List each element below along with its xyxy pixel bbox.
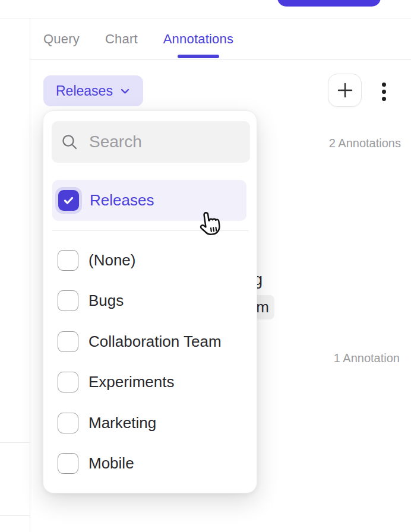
checkbox-unchecked[interactable] <box>58 453 78 474</box>
checkbox-unchecked[interactable] <box>58 250 78 271</box>
active-tab-underline <box>178 55 219 58</box>
tab-label: Chart <box>105 31 138 47</box>
option-none[interactable]: (None) <box>58 240 248 281</box>
add-annotation-button[interactable] <box>328 74 362 107</box>
tab-label: Query <box>43 31 80 47</box>
left-panel-edge <box>0 18 30 532</box>
divider <box>0 515 30 516</box>
search-box[interactable] <box>52 121 250 163</box>
tab-label: Annotations <box>163 31 233 47</box>
option-experiments[interactable]: Experiments <box>58 362 248 403</box>
search-input[interactable] <box>89 121 250 163</box>
tab-chart[interactable]: Chart <box>105 18 138 59</box>
annotation-count-bottom: 1 Annotation <box>334 352 400 365</box>
primary-action-button[interactable] <box>277 0 381 7</box>
occluded-badge-text: m <box>256 298 269 316</box>
checkbox-unchecked[interactable] <box>58 290 78 311</box>
divider <box>0 442 30 443</box>
tab-annotations[interactable]: Annotations <box>163 18 233 59</box>
option-label: (None) <box>88 251 135 270</box>
checkbox-unchecked[interactable] <box>58 331 78 352</box>
more-options-button[interactable] <box>375 77 392 106</box>
releases-filter-button[interactable]: Releases <box>43 75 143 106</box>
checkbox-unchecked[interactable] <box>58 413 78 433</box>
plus-icon <box>336 81 355 100</box>
top-bar <box>0 0 411 18</box>
checkbox-unchecked[interactable] <box>58 372 78 392</box>
option-collaboration-team[interactable]: Collaboration Team <box>58 321 248 362</box>
option-label: Experiments <box>88 373 175 391</box>
option-label: Bugs <box>88 292 124 310</box>
option-label: Collaboration Team <box>88 332 222 351</box>
option-bugs[interactable]: Bugs <box>58 281 248 322</box>
option-marketing[interactable]: Marketing <box>58 403 248 444</box>
tab-bar: Query Chart Annotations <box>30 18 411 60</box>
search-icon <box>61 133 79 151</box>
option-label: Releases <box>90 191 154 210</box>
checkmark-icon <box>61 193 76 208</box>
chevron-down-icon <box>119 86 131 97</box>
option-releases-selected[interactable]: Releases <box>52 180 246 221</box>
checkbox-checked[interactable] <box>58 190 79 211</box>
checkbox-halo <box>55 187 82 214</box>
annotation-category-dropdown: Releases (None) Bugs Collaboration Team … <box>43 110 257 493</box>
filter-button-label: Releases <box>56 83 113 99</box>
vertical-dots-icon <box>382 83 386 101</box>
option-label: Mobile <box>88 454 134 473</box>
tab-query[interactable]: Query <box>43 18 80 59</box>
divider <box>52 230 249 231</box>
annotation-count-top: 2 Annotations <box>329 137 401 150</box>
option-mobile[interactable]: Mobile <box>58 444 248 484</box>
option-label: Marketing <box>88 414 156 432</box>
options-list: (None) Bugs Collaboration Team Experimen… <box>58 240 248 484</box>
